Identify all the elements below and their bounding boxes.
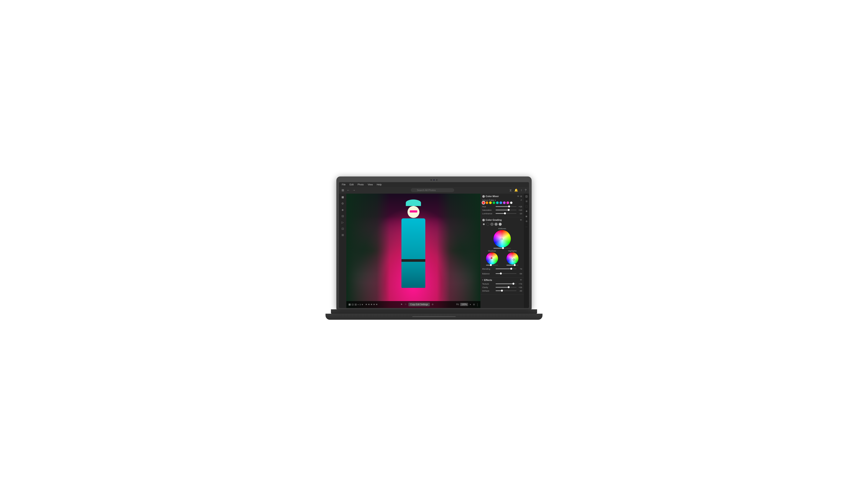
- copy-edit-settings-button[interactable]: Copy Edit Settings: [408, 303, 430, 306]
- menu-file[interactable]: File: [341, 183, 346, 186]
- more-icon[interactable]: …: [525, 225, 528, 228]
- color-dot-orange[interactable]: [486, 201, 488, 204]
- sidebar-print-icon[interactable]: ⊡: [341, 227, 345, 231]
- zoom-button[interactable]: 100%: [460, 303, 468, 306]
- blending-track[interactable]: [495, 268, 517, 269]
- color-dot-purple[interactable]: [503, 201, 506, 204]
- sidebar-develop-icon[interactable]: ⚙: [341, 201, 345, 206]
- mixer-eye-icon[interactable]: 👁: [517, 195, 519, 198]
- square-grid-icon[interactable]: ⊟: [351, 303, 354, 306]
- list-view-icon[interactable]: ≡: [359, 303, 361, 306]
- menu-photo[interactable]: Photo: [357, 183, 365, 186]
- strip-view-icon[interactable]: ⊠: [354, 303, 357, 306]
- filter-icon[interactable]: ⧖: [509, 188, 512, 192]
- grading-global-mode-icon[interactable]: [499, 223, 502, 226]
- adjust-icon[interactable]: ⊞: [525, 200, 527, 203]
- midtones-wheel[interactable]: [493, 230, 511, 247]
- grading-highlights-mode-icon[interactable]: [494, 223, 498, 226]
- sidebar-book-icon[interactable]: ⊟: [341, 214, 345, 218]
- grading-mode-icons: ⬤: [482, 223, 522, 226]
- clarity-slider-row: Clarity +26: [482, 286, 522, 289]
- balance-track[interactable]: [495, 273, 517, 274]
- color-dot-teal[interactable]: [496, 201, 499, 204]
- highlights-slider-track[interactable]: [506, 265, 518, 265]
- color-dot-blue[interactable]: [500, 201, 502, 204]
- sidebar-library-icon[interactable]: ⊞: [341, 195, 345, 200]
- grading-midtones-mode-icon[interactable]: [490, 223, 493, 226]
- grid-view-icon[interactable]: ⊞: [348, 303, 351, 306]
- bottom-right: Fit 100% ▾ ⊞ |: [456, 303, 478, 307]
- info-icon[interactable]: ?: [524, 188, 527, 192]
- highlights-wheel[interactable]: [506, 252, 518, 264]
- shadows-wheel[interactable]: [486, 252, 498, 264]
- balance-slider-row: Balance -54: [482, 273, 522, 275]
- adjust-value[interactable]: Color: [489, 199, 494, 201]
- effects-collapse-icon[interactable]: ▾: [482, 279, 483, 281]
- color-dot-white[interactable]: [510, 201, 512, 204]
- photo-area: ⊞ ⊟ ⊠ ▪ ≡ ▾ ★ ★ ★ ★: [346, 193, 480, 308]
- sidebar-slideshow-icon[interactable]: ▷: [341, 220, 344, 225]
- menu-view[interactable]: View: [367, 183, 374, 186]
- color-dot-green[interactable]: [493, 201, 495, 204]
- plant-left: [346, 193, 390, 308]
- midtones-wheel-dot[interactable]: [501, 238, 503, 240]
- grading-all-icon[interactable]: ⬤: [482, 223, 485, 226]
- flag-icon[interactable]: ⚑: [400, 303, 403, 306]
- mask-icon[interactable]: ◉: [525, 215, 527, 218]
- camera-indicator: [430, 179, 432, 181]
- mixer-icon: ⬤: [482, 195, 485, 198]
- star-1[interactable]: ★: [365, 303, 367, 306]
- main-content: ⊞ ⚙ ◈ ⊟ ▷ ⊡ ⊞: [339, 193, 529, 308]
- notification-icon[interactable]: 🔔: [514, 188, 518, 192]
- highlights-wheel-dot[interactable]: [513, 259, 515, 261]
- star-4[interactable]: ★: [373, 303, 375, 306]
- effects-section: ▾ Effects 👁 Texture: [480, 277, 524, 295]
- search-input[interactable]: [411, 188, 454, 192]
- hue-track[interactable]: [495, 206, 517, 207]
- color-grading-title: ⬤ Color Grading: [482, 219, 502, 221]
- color-dot-red[interactable]: [482, 201, 485, 204]
- color-dot-magenta[interactable]: [506, 201, 509, 204]
- single-view-icon[interactable]: ▪: [358, 303, 359, 306]
- star-2[interactable]: ★: [368, 303, 370, 306]
- luminance-track[interactable]: [495, 213, 517, 214]
- reject-icon[interactable]: ⚐: [404, 303, 407, 306]
- forward-button[interactable]: →: [352, 188, 356, 192]
- camera-bar: [339, 179, 529, 181]
- adjust-chevron[interactable]: ▾: [495, 199, 495, 201]
- grid-toggle-icon[interactable]: ⊞: [473, 303, 475, 306]
- grading-eye-icon[interactable]: 👁: [520, 219, 522, 221]
- crop-icon[interactable]: ⬚: [525, 205, 527, 208]
- dehaze-track[interactable]: [495, 291, 517, 291]
- redeye-icon[interactable]: ⊕: [525, 220, 527, 223]
- sidebar-map-icon[interactable]: ◈: [341, 207, 344, 212]
- star-5[interactable]: ★: [376, 303, 378, 306]
- back-button[interactable]: ←: [346, 188, 350, 192]
- shadows-slider-track[interactable]: [486, 265, 498, 265]
- grading-shadows-mode-icon[interactable]: [486, 223, 489, 226]
- shadows-wheel-dot[interactable]: [491, 257, 492, 259]
- heal-icon[interactable]: ✱: [525, 210, 527, 213]
- sidebar-web-icon[interactable]: ⊞: [341, 233, 345, 237]
- shadows-highlights-row: Shadows: [482, 250, 522, 265]
- histogram-icon[interactable]: ◫: [525, 195, 527, 198]
- settings-icon[interactable]: ⚙: [431, 303, 434, 306]
- saturation-track[interactable]: [495, 210, 517, 210]
- midtones-slider-track[interactable]: [493, 248, 511, 249]
- menu-edit[interactable]: Edit: [349, 183, 354, 186]
- figure-head: [408, 206, 420, 218]
- mixer-settings-icon[interactable]: ⚙: [520, 195, 522, 198]
- share-icon[interactable]: ↑: [520, 188, 522, 192]
- clarity-track[interactable]: [495, 287, 517, 288]
- color-dot-yellow[interactable]: [489, 201, 492, 204]
- star-3[interactable]: ★: [370, 303, 373, 306]
- texture-track[interactable]: [495, 283, 517, 284]
- sort-icon[interactable]: ▾: [362, 303, 363, 306]
- hue-slider-row: Hue +15: [482, 205, 522, 208]
- effects-eye-icon[interactable]: 👁: [520, 279, 522, 281]
- zoom-dropdown-icon[interactable]: ▾: [469, 303, 471, 306]
- color-mixer-header: ⬤ Color Mixer 👁 ⚙: [482, 195, 522, 198]
- sidebar-toggle-icon[interactable]: ⊞: [341, 188, 345, 192]
- menu-help[interactable]: Help: [376, 183, 382, 186]
- mixer-reset-icon[interactable]: ↺: [520, 199, 522, 201]
